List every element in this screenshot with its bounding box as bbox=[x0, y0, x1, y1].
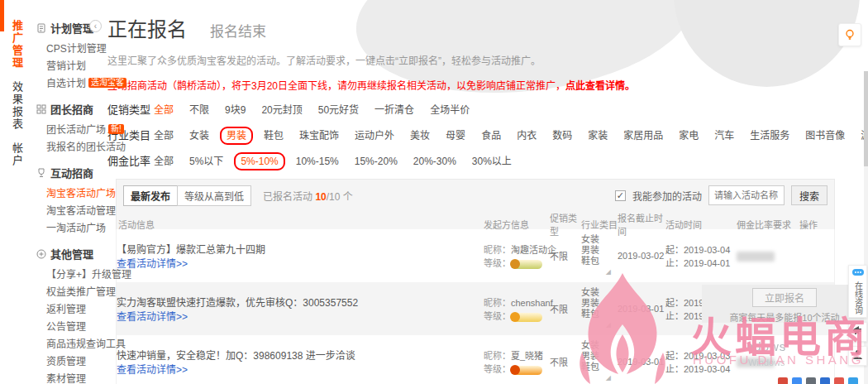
expand-corner-icon[interactable]: ◢ bbox=[581, 266, 611, 277]
filter-option[interactable]: 全部 bbox=[154, 103, 174, 118]
tips-bulb-button[interactable] bbox=[838, 23, 861, 46]
sidebar-item[interactable]: 淘宝客活动管理 bbox=[31, 201, 129, 218]
filter-option[interactable]: 食品 bbox=[481, 128, 501, 143]
vnav-item-promotion[interactable]: 推广管理 bbox=[12, 20, 22, 70]
sidebar-item[interactable]: CPS计划管理 bbox=[31, 39, 129, 56]
end-value: 2019-04-01 bbox=[684, 258, 730, 268]
filter-option[interactable]: 内衣 bbox=[517, 128, 537, 143]
sidebar-collapse-button[interactable]: ‹ bbox=[89, 20, 102, 32]
announcement-widget[interactable] bbox=[848, 322, 867, 342]
sidebar-item[interactable]: 自选计划选淘宝客 bbox=[31, 74, 129, 91]
joinable-checkbox-label: 我能参加的活动 bbox=[632, 189, 702, 203]
filter-option[interactable]: 30%以上 bbox=[472, 154, 512, 169]
filter-option[interactable]: 全部 bbox=[154, 128, 174, 143]
sidebar-item[interactable]: 一淘活动广场 bbox=[31, 218, 129, 236]
filter-option[interactable]: 10%-15% bbox=[296, 154, 339, 169]
sidebar-item-label: 淘宝客活动广场 bbox=[46, 185, 116, 199]
filter-option[interactable]: 鞋包 bbox=[264, 128, 284, 143]
search-input[interactable] bbox=[708, 185, 785, 205]
sidebar-item[interactable]: 商品违规查询工具 bbox=[31, 334, 129, 352]
promo-type-cell: 不限 bbox=[550, 249, 581, 262]
filter-options: 全部5%以下5%-10%10%-15%15%-20%20%-30%30%以上 bbox=[154, 154, 512, 169]
filter-option[interactable]: 家居用品 bbox=[623, 128, 663, 143]
sidebar-item[interactable]: 素材管理 bbox=[31, 369, 129, 384]
sidebar-section-title[interactable]: 互动招商 bbox=[31, 163, 129, 184]
filter-option[interactable]: 女装 bbox=[189, 128, 209, 143]
filter-option[interactable]: 运动户外 bbox=[355, 128, 394, 143]
taskbar-icon[interactable] bbox=[834, 377, 844, 384]
sidebar-item[interactable]: 返利管理 bbox=[31, 300, 129, 317]
vnav-item-reports[interactable]: 效果报表 bbox=[12, 81, 22, 131]
filter-option[interactable]: 家装 bbox=[588, 128, 608, 143]
filter-option[interactable]: 50元好货 bbox=[318, 103, 359, 118]
filter-option[interactable]: 美妆 bbox=[410, 128, 430, 143]
online-consult-widget[interactable]: 在线咨询 bbox=[848, 265, 867, 318]
publisher-cell: 昵称：夏_晓猪等级： bbox=[484, 348, 550, 375]
scrollbar-thumb[interactable] bbox=[864, 71, 868, 166]
sidebar-item[interactable]: 营销计划 bbox=[31, 56, 129, 74]
deadline-cell: 2019-03-02 bbox=[618, 251, 665, 261]
taskbar-icon[interactable] bbox=[848, 377, 858, 384]
filter-option[interactable]: 家电 bbox=[679, 128, 699, 143]
filter-option[interactable]: 一折清仓 bbox=[374, 103, 414, 118]
sort-level-button[interactable]: 等级从高到低 bbox=[177, 185, 251, 206]
level-badge bbox=[511, 260, 542, 269]
filter-option[interactable]: 20元封顶 bbox=[261, 103, 302, 118]
filter-option[interactable]: 5%-10% bbox=[234, 152, 284, 170]
filter-option[interactable]: 20%-30% bbox=[413, 154, 456, 169]
expand-corner-icon[interactable]: ◢ bbox=[581, 372, 611, 383]
table-toolbar: 最新发布 等级从高到低 已报名活动 10/10 个 ✓ 我能参加的活动 搜索 bbox=[117, 180, 834, 211]
sidebar-item[interactable]: 【分享+】升级管理 bbox=[31, 265, 129, 282]
filter-option[interactable]: 全场半价 bbox=[430, 103, 470, 118]
filter-option[interactable]: 5%以下 bbox=[189, 154, 223, 169]
filter-option[interactable]: 不限 bbox=[189, 103, 209, 118]
sidebar-item[interactable]: 团长活动广场新! bbox=[31, 120, 129, 137]
sort-newest-button[interactable]: 最新发布 bbox=[123, 185, 178, 206]
filter-option[interactable]: 母婴 bbox=[446, 128, 465, 143]
sidebar-item[interactable]: 资质管理 bbox=[31, 352, 129, 369]
vnav-item-account[interactable]: 帐户 bbox=[12, 142, 22, 167]
category-label: 鞋包 bbox=[581, 309, 618, 319]
table-row[interactable]: 【易购官方】爆款汇总第九十四期查看活动详情>>昵称：淘趣活动企..等级：不限女装… bbox=[117, 229, 834, 282]
expand-corner-icon[interactable]: ◢ bbox=[581, 319, 611, 330]
filter-option[interactable]: 15%-20% bbox=[355, 154, 398, 169]
publisher-nick: 昵称：夏_晓猪 bbox=[484, 348, 550, 362]
category-label: 男装 bbox=[581, 351, 618, 362]
publisher-cell: 昵称：chenshanf..等级： bbox=[484, 295, 550, 322]
joinable-checkbox[interactable]: ✓ bbox=[615, 190, 626, 201]
sidebar-section-title[interactable]: 其他管理 bbox=[31, 244, 129, 265]
taskbar-icon[interactable] bbox=[778, 377, 788, 384]
filter-option[interactable]: 全部 bbox=[154, 154, 174, 169]
sidebar-item[interactable]: 我报名的团长活动 bbox=[31, 137, 129, 155]
filter-option[interactable]: 生活服务 bbox=[750, 128, 789, 143]
sidebar-item-label: 营销计划 bbox=[46, 58, 86, 72]
sidebar-section-title[interactable]: 计划管理 bbox=[31, 18, 129, 39]
filter-option[interactable]: 男装 bbox=[220, 127, 253, 145]
tab-registration-ended[interactable]: 报名结束 bbox=[210, 20, 266, 41]
sidebar-item[interactable]: 权益类推广管理 bbox=[31, 282, 129, 300]
contact-widget[interactable] bbox=[848, 346, 867, 366]
search-button[interactable]: 搜索 bbox=[791, 185, 827, 205]
table-row[interactable]: 实力淘客联盟快速打造爆款，优先审核Q：3005357552查看活动详情>>昵称：… bbox=[117, 282, 834, 335]
publisher-nick: 昵称：chenshanf.. bbox=[484, 295, 550, 309]
notice-detail-link[interactable]: 点此查看详情。 bbox=[565, 80, 635, 92]
taskbar-icon[interactable] bbox=[792, 377, 802, 384]
taskbar-icon[interactable] bbox=[820, 377, 830, 384]
apply-button[interactable]: 立即报名 bbox=[752, 288, 817, 307]
filter-option[interactable]: 9块9 bbox=[225, 103, 246, 118]
sidebar-item-label: 自选计划 bbox=[46, 75, 86, 89]
commission-redacted bbox=[737, 358, 775, 367]
sidebar: 计划管理CPS计划管理营销计划自选计划选淘宝客团长招商团长活动广场新!我报名的团… bbox=[31, 0, 129, 384]
filter-option[interactable]: 数码 bbox=[552, 128, 572, 143]
filter-option[interactable]: 汽车 bbox=[714, 128, 734, 143]
sidebar-item[interactable]: 公告管理 bbox=[31, 317, 129, 334]
sidebar-item[interactable]: 淘宝客活动广场 bbox=[31, 184, 129, 201]
taskbar-icon[interactable] bbox=[806, 377, 816, 384]
activity-title: 【易购官方】爆款汇总第九十四期 bbox=[117, 242, 484, 256]
table-row[interactable]: 快速冲销量，安全稳定！加Q：398609138 进一步洽谈查看活动详情>>昵称：… bbox=[117, 335, 834, 384]
signed-count-text: 已报名活动 10/10 个 bbox=[263, 189, 353, 203]
filter-options: 全部不限9块920元封顶50元好货一折清仓全场半价 bbox=[154, 103, 470, 118]
sidebar-section-title[interactable]: 团长招商 bbox=[31, 99, 129, 120]
filter-option[interactable]: 珠宝配饰 bbox=[299, 128, 339, 143]
filter-option[interactable]: 图书音像 bbox=[805, 128, 845, 143]
